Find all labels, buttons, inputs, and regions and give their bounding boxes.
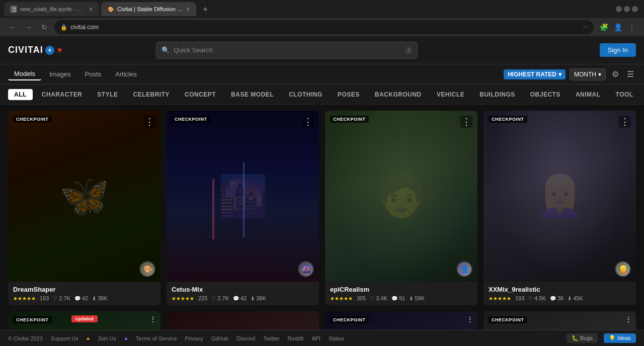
card-4-likes: ♡ 4.5K <box>528 295 546 301</box>
settings-button[interactable]: ⋮ <box>626 21 638 33</box>
search-shortcut: / <box>406 47 412 54</box>
cat-all[interactable]: ALL <box>8 89 33 100</box>
card-3-stars: ★★★★★ <box>330 296 353 301</box>
bugs-button[interactable]: 🐛 Bugs <box>567 333 598 343</box>
cat-background[interactable]: BACKGROUND <box>369 89 428 100</box>
profile-button[interactable]: 👤 <box>612 21 624 33</box>
comment-icon-3: 💬 <box>391 296 397 301</box>
nav-models[interactable]: Models <box>8 68 41 80</box>
card-cetusmix[interactable]: 🌆 CHECKPOINT ⋮ 🌆 Cetus-Mix ★★★★★ 225 ♡ 2… <box>167 111 319 305</box>
url-bar[interactable]: 🔒 civitai.com <box>54 20 594 34</box>
support-icon: ● <box>87 335 90 341</box>
cat-objects[interactable]: OBJECTS <box>524 89 567 100</box>
comment-icon: 💬 <box>74 296 80 301</box>
cat-celebrity[interactable]: CELEBRITY <box>127 89 176 100</box>
site-header: CIVITAI + ♥ 🔍 Quick Search / Sign In <box>0 36 644 64</box>
cat-character[interactable]: CHARACTER <box>36 89 89 100</box>
tab-2-close[interactable]: ✕ <box>186 6 190 13</box>
card-3-comments: 💬 91 <box>391 295 405 301</box>
join-us-link[interactable]: Join Us <box>98 335 116 341</box>
heart-icon: ♡ <box>53 296 57 301</box>
card-1-menu[interactable]: ⋮ <box>143 116 155 128</box>
search-placeholder: Quick Search <box>174 46 213 54</box>
tab-2[interactable]: 🎨 Civitai | Stable Diffusion models... ✕ <box>101 2 196 16</box>
cat-style[interactable]: STYLE <box>91 89 124 100</box>
card-2-downloads: ⬇ 38K <box>251 295 266 301</box>
card-4-menu[interactable]: ⋮ <box>619 116 631 128</box>
cat-concept[interactable]: CONCEPT <box>179 89 222 100</box>
search-bar[interactable]: 🔍 Quick Search / <box>156 42 418 59</box>
tab-1-close[interactable]: ✕ <box>89 6 93 13</box>
logo[interactable]: CIVITAI + ♥ <box>8 45 62 55</box>
heart-icon-3: ♡ <box>370 296 374 301</box>
refresh-button[interactable]: ↻ <box>38 21 50 33</box>
maximize-button[interactable] <box>624 6 630 12</box>
cat-buildings[interactable]: BUILDINGS <box>473 89 521 100</box>
new-tab-button[interactable]: ＋ <box>198 2 212 16</box>
bottom-card-1-menu[interactable]: ⋮ <box>149 315 156 323</box>
cat-base-model[interactable]: BASE MODEL <box>225 89 280 100</box>
card-2-menu[interactable]: ⋮ <box>302 116 314 128</box>
card-epicrealism[interactable]: 🧑 CHECKPOINT ⋮ 👤 epiCRealism ★★★★★ 305 ♡… <box>325 111 477 305</box>
bottom-card-4[interactable]: CHECKPOINT ⋮ <box>484 311 636 330</box>
url-shortcut <box>583 27 588 28</box>
cat-vehicle[interactable]: VEHICLE <box>431 89 471 100</box>
tab-1[interactable]: 📓 new_colab_file.ipynb - Colabora... ✕ <box>4 2 99 16</box>
privacy-link[interactable]: Privacy <box>185 335 203 341</box>
bottom-card-1[interactable]: CHECKPOINT Updated ⋮ <box>8 311 160 330</box>
card-2-avatar: 🌆 <box>298 261 314 277</box>
sub-nav-right: HIGHEST RATED ▾ MONTH ▾ ⚙ ☰ <box>504 67 636 81</box>
forward-button[interactable]: → <box>22 21 34 33</box>
main-content: 🦋 CHECKPOINT ⋮ 🎨 DreamShaper ★★★★★ 193 ♡… <box>0 105 644 330</box>
card-1-badge: CHECKPOINT <box>13 116 52 123</box>
nav-articles[interactable]: Articles <box>109 68 143 80</box>
card-xxmix[interactable]: 👱‍♀️ CHECKPOINT ⋮ 👱 XXMix_9realistic ★★★… <box>484 111 636 305</box>
period-select[interactable]: MONTH ▾ <box>570 68 606 80</box>
bottom-card-2[interactable] <box>167 311 319 330</box>
card-1-comments: 💬 42 <box>74 295 88 301</box>
logo-plus-icon[interactable]: + <box>45 46 54 55</box>
card-3-avatar: 👤 <box>456 261 472 277</box>
twitter-link[interactable]: Twitter <box>263 335 279 341</box>
card-2-likes: ♡ 2.7K <box>211 295 229 301</box>
minimize-button[interactable] <box>616 6 622 12</box>
support-us-link[interactable]: Support Us <box>51 335 78 341</box>
ideas-button[interactable]: 💡 Ideas <box>604 333 636 343</box>
period-chevron-icon: ▾ <box>598 71 601 78</box>
sign-in-button[interactable]: Sign In <box>600 43 636 57</box>
layout-icon[interactable]: ☰ <box>625 67 636 81</box>
card-dreamshaper[interactable]: 🦋 CHECKPOINT ⋮ 🎨 DreamShaper ★★★★★ 193 ♡… <box>8 111 160 305</box>
nav-images[interactable]: Images <box>43 68 77 80</box>
extensions-button[interactable]: 🧩 <box>598 21 610 33</box>
discord-link[interactable]: Discord <box>236 335 255 341</box>
reddit-link[interactable]: Reddit <box>288 335 304 341</box>
api-link[interactable]: API <box>311 335 320 341</box>
cat-tool[interactable]: TOOL <box>610 89 639 100</box>
search-icon: 🔍 <box>162 46 170 54</box>
card-grid: 🦋 CHECKPOINT ⋮ 🎨 DreamShaper ★★★★★ 193 ♡… <box>8 111 636 305</box>
heart-icon-4: ♡ <box>528 296 533 301</box>
github-link[interactable]: GitHub <box>211 335 228 341</box>
category-bar: ALL CHARACTER STYLE CELEBRITY CONCEPT BA… <box>0 84 644 105</box>
sort-filter-button[interactable]: HIGHEST RATED ▾ <box>504 69 566 79</box>
cat-clothing[interactable]: CLOTHING <box>283 89 329 100</box>
card-4-comments: 💬 36 <box>550 295 564 301</box>
filter-icon[interactable]: ⚙ <box>610 67 621 81</box>
bottom-card-3[interactable]: CHECKPOINT ⋮ <box>325 311 477 330</box>
close-button[interactable] <box>632 6 638 12</box>
cat-poses[interactable]: POSES <box>332 89 366 100</box>
cat-animal[interactable]: ANIMAL <box>570 89 607 100</box>
bottom-card-3-menu[interactable]: ⋮ <box>466 315 473 323</box>
card-2-comments: 💬 42 <box>233 295 247 301</box>
status-link[interactable]: Status <box>329 335 344 341</box>
bottom-card-4-menu[interactable]: ⋮ <box>625 315 632 323</box>
card-4-avatar: 👱 <box>615 261 631 277</box>
card-1-star-count: 193 <box>40 295 49 301</box>
card-2-title: Cetus-Mix <box>172 286 314 293</box>
heart-icon-2: ♡ <box>211 296 216 301</box>
terms-link[interactable]: Terms of Service <box>136 335 177 341</box>
card-3-menu[interactable]: ⋮ <box>460 116 472 128</box>
nav-posts[interactable]: Posts <box>79 68 108 80</box>
back-button[interactable]: ← <box>6 21 18 33</box>
download-icon-4: ⬇ <box>568 296 572 301</box>
